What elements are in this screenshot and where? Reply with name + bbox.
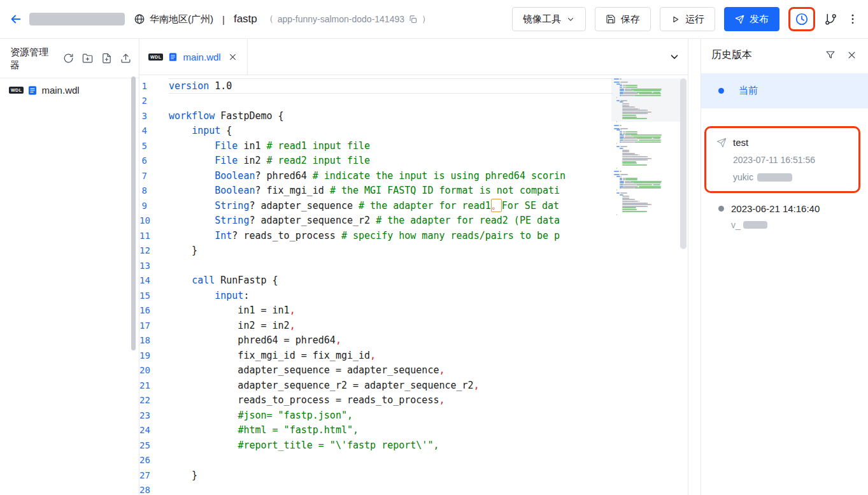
play-icon <box>671 15 680 24</box>
filter-button[interactable] <box>825 50 836 60</box>
chevron-down-icon <box>669 51 680 62</box>
code-editor-panel: WDL main.wdl 1version 1.023workflow Fast… <box>139 39 688 495</box>
close-icon <box>847 50 857 60</box>
code-line[interactable]: 14 call RunFastp { <box>139 273 613 289</box>
file-item-main-wdl[interactable]: WDL main.wdl <box>0 78 139 102</box>
save-label: 保存 <box>621 13 640 25</box>
annotation-box-history <box>788 7 815 31</box>
run-label: 运行 <box>685 13 704 25</box>
new-file-button[interactable] <box>101 53 112 64</box>
code-line[interactable]: 16 in1 = in1, <box>139 303 613 319</box>
arrow-left-icon <box>9 12 23 26</box>
code-line[interactable]: 18 phred64 = phred64, <box>139 333 613 348</box>
version-item-test[interactable]: test 2023-07-11 16:51:56 yukic <box>704 126 860 193</box>
copy-icon[interactable] <box>408 15 418 24</box>
code-line[interactable]: 3workflow FastpDemo { <box>139 108 613 124</box>
run-button[interactable]: 运行 <box>660 7 715 31</box>
redacted-blob <box>757 173 792 182</box>
upload-button[interactable] <box>120 53 131 64</box>
sidebar-scrollbar[interactable] <box>131 76 136 350</box>
code-line[interactable]: 26 <box>139 453 613 468</box>
tab-list-chevron-button[interactable] <box>669 39 680 75</box>
code-line[interactable]: 19 fix_mgi_id = fix_mgi_id, <box>139 348 613 363</box>
version-name: test <box>733 137 748 148</box>
more-menu-button[interactable] <box>846 13 859 25</box>
refresh-icon <box>63 53 74 64</box>
code-line[interactable]: 2 <box>139 94 613 109</box>
app-id-group: （ app-funny-salmon-dodo-141493 ） <box>265 13 430 25</box>
history-close-button[interactable] <box>847 50 857 60</box>
history-panel: 历史版本 当前 <box>701 39 868 495</box>
wdl-badge: WDL <box>148 54 163 61</box>
code-line[interactable]: 7 Boolean? phred64 # indicate the input … <box>139 168 613 183</box>
branch-button[interactable] <box>824 13 837 26</box>
code-line[interactable]: 21 adapter_sequence_r2 = adapter_sequenc… <box>139 378 613 393</box>
back-button[interactable] <box>9 12 23 26</box>
code-line[interactable]: 25 #report_title = "\'fastp report\'", <box>139 438 613 453</box>
code-line[interactable]: 8 Boolean? fix_mgi_id # the MGI FASTQ ID… <box>139 183 613 199</box>
funnel-icon <box>825 50 836 60</box>
code-line[interactable]: 9 String? adapter_sequence # the adapter… <box>139 198 613 213</box>
send-icon <box>735 15 744 24</box>
paren-close: ） <box>422 13 430 25</box>
history-tools <box>825 50 857 60</box>
current-dot <box>718 88 724 94</box>
image-tool-button[interactable]: 镜像工具 <box>512 7 586 31</box>
code-lines: 1version 1.023workflow FastpDemo {4 inpu… <box>139 75 613 495</box>
upload-icon <box>120 53 131 64</box>
explorer-title: 资源管理器 <box>10 46 51 71</box>
minimap[interactable] <box>614 78 678 217</box>
current-version-label: 当前 <box>739 85 758 97</box>
wdl-file-icon <box>168 52 178 62</box>
new-folder-button[interactable] <box>82 53 93 64</box>
version-name: 2023-06-21 14:16:40 <box>731 203 820 214</box>
code-line[interactable]: 15 input: <box>139 288 613 303</box>
code-line[interactable]: 6 File in2 # read2 input file <box>139 154 613 169</box>
code-line[interactable]: 28 <box>139 483 613 495</box>
tab-main-wdl[interactable]: WDL main.wdl <box>139 39 248 75</box>
code-line[interactable]: 17 in2 = in2, <box>139 318 613 333</box>
code-line[interactable]: 13 <box>139 258 613 273</box>
editor-scrollbar[interactable] <box>680 78 687 249</box>
topbar: 华南地区(广州) | fastp （ app-funny-salmon-dodo… <box>0 0 868 39</box>
code-line[interactable]: 22 reads_to_process = reads_to_process, <box>139 393 613 408</box>
code-line[interactable]: 11 Int? reads_to_process # specify how m… <box>139 228 613 243</box>
version-author: yukic <box>733 172 851 182</box>
tab-close-button[interactable] <box>229 53 237 61</box>
kebab-icon <box>846 13 859 25</box>
version-author: v_ <box>731 220 868 230</box>
globe-icon <box>134 13 145 25</box>
git-branch-icon <box>824 13 837 26</box>
code-line[interactable]: 20 adapter_sequence = adapter_sequence, <box>139 363 613 378</box>
code-line[interactable]: 24 #html = "fastp.html", <box>139 423 613 438</box>
refresh-button[interactable] <box>63 53 74 64</box>
editor-tabbar: WDL main.wdl <box>139 39 688 75</box>
region-selector[interactable]: 华南地区(广州) <box>134 13 213 25</box>
history-clock-button[interactable] <box>795 12 809 26</box>
publish-button[interactable]: 发布 <box>724 7 779 31</box>
code-line[interactable]: 23 #json= "fastp.json", <box>139 408 613 423</box>
save-button[interactable]: 保存 <box>595 7 651 31</box>
file-plus-icon <box>101 53 112 64</box>
code-line[interactable]: 12 } <box>139 243 613 259</box>
version-item-current[interactable]: 当前 <box>701 73 868 108</box>
code-line[interactable]: 1version 1.0 <box>139 78 613 94</box>
app-window: 华南地区(广州) | fastp （ app-funny-salmon-dodo… <box>0 0 868 495</box>
resource-explorer: 资源管理器 <box>0 39 139 495</box>
redacted-blob <box>743 221 767 229</box>
chevron-down-icon <box>566 15 575 24</box>
code-editor[interactable]: 1version 1.023workflow FastpDemo {4 inpu… <box>139 75 688 495</box>
code-line[interactable]: 27 } <box>139 468 613 483</box>
save-icon <box>606 14 616 24</box>
send-icon <box>716 138 727 148</box>
code-line[interactable]: 5 File in1 # read1 input file <box>139 138 613 154</box>
code-line[interactable]: 4 input { <box>139 124 613 139</box>
folder-plus-icon <box>82 53 93 64</box>
version-item-2[interactable]: 2023-06-21 14:16:40 v_ <box>701 203 868 230</box>
explorer-tools <box>63 53 131 64</box>
clock-icon <box>795 12 809 26</box>
publish-label: 发布 <box>750 13 769 25</box>
history-title: 历史版本 <box>711 48 752 62</box>
code-line[interactable]: 10 String? adapter_sequence_r2 # the ada… <box>139 213 613 229</box>
image-tool-label: 镜像工具 <box>523 13 561 25</box>
